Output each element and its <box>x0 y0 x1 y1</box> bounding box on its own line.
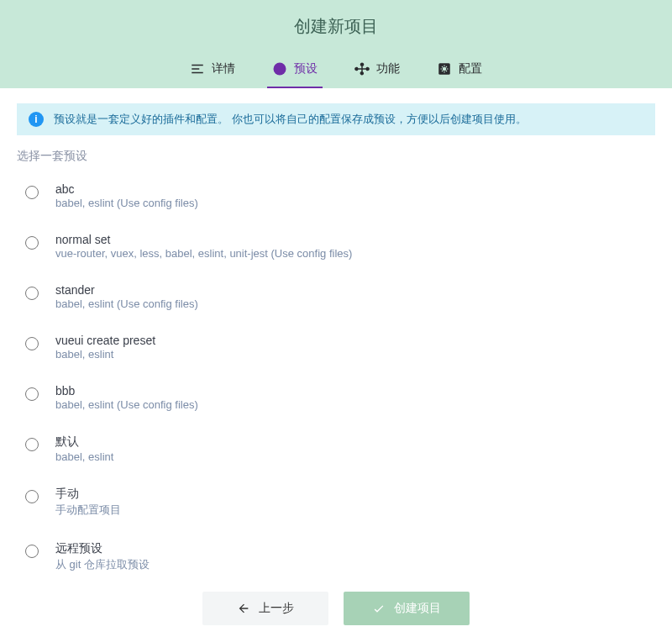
preset-text: vueui create preset babel, eslint <box>55 334 155 361</box>
header: 创建新项目 详情 预设 功能 配置 <box>0 0 672 88</box>
preset-name: abc <box>55 182 198 196</box>
radio-button[interactable] <box>25 236 39 250</box>
tab-label: 配置 <box>459 61 482 76</box>
preset-item[interactable]: vueui create preset babel, eslint <box>17 322 655 372</box>
preset-name: normal set <box>55 233 352 246</box>
preset-text: abc babel, eslint (Use config files) <box>55 182 198 209</box>
tabs-bar: 详情 预设 功能 配置 <box>0 53 672 88</box>
preset-text: 远程预设 从 git 仓库拉取预设 <box>55 541 150 572</box>
gear-box-icon <box>437 61 452 76</box>
svg-point-0 <box>274 63 286 76</box>
tab-label: 详情 <box>212 61 235 76</box>
create-button[interactable]: 创建项目 <box>344 592 470 625</box>
nodes-icon <box>354 61 370 76</box>
section-title: 选择一套预设 <box>17 149 655 164</box>
check-icon <box>372 602 386 615</box>
preset-desc: 从 git 仓库拉取预设 <box>55 557 150 572</box>
info-text: 预设就是一套定义好的插件和配置。 你也可以将自己的配置保存成预设，方便以后创建项… <box>54 112 527 127</box>
preset-desc: babel, eslint (Use config files) <box>55 297 198 310</box>
preset-name: vueui create preset <box>55 334 155 347</box>
tab-label: 预设 <box>294 61 318 76</box>
radio-button[interactable] <box>25 545 39 558</box>
tab-details[interactable]: 详情 <box>185 53 240 88</box>
svg-point-2 <box>443 67 447 71</box>
tab-config[interactable]: 配置 <box>432 53 487 88</box>
tab-presets[interactable]: 预设 <box>267 53 323 88</box>
preset-desc: babel, eslint (Use config files) <box>55 398 198 411</box>
preset-text: 默认 babel, eslint <box>55 434 113 463</box>
preset-item[interactable]: abc babel, eslint (Use config files) <box>17 171 655 221</box>
page-title: 创建新项目 <box>0 15 672 53</box>
radio-button[interactable] <box>25 438 39 451</box>
check-circle-icon <box>272 61 287 76</box>
create-button-label: 创建项目 <box>394 601 441 616</box>
preset-desc: babel, eslint (Use config files) <box>55 197 198 209</box>
footer: 上一步 创建项目 <box>0 580 672 637</box>
info-banner: i 预设就是一套定义好的插件和配置。 你也可以将自己的配置保存成预设，方便以后创… <box>17 103 655 135</box>
arrow-left-icon <box>237 602 250 615</box>
preset-item[interactable]: stander babel, eslint (Use config files) <box>17 271 655 322</box>
radio-button[interactable] <box>25 387 39 401</box>
preset-text: 手动 手动配置项目 <box>55 487 121 518</box>
radio-button[interactable] <box>25 337 39 350</box>
back-button[interactable]: 上一步 <box>202 592 328 625</box>
back-button-label: 上一步 <box>259 601 294 616</box>
preset-desc: babel, eslint <box>55 348 155 361</box>
preset-item[interactable]: bbb babel, eslint (Use config files) <box>17 372 655 423</box>
preset-desc: vue-router, vuex, less, babel, eslint, u… <box>55 247 352 260</box>
presets-list: abc babel, eslint (Use config files) nor… <box>0 171 672 584</box>
preset-name: 手动 <box>55 487 121 502</box>
tab-label: 功能 <box>376 61 400 76</box>
preset-name: 默认 <box>55 434 113 450</box>
preset-text: normal set vue-router, vuex, less, babel… <box>55 233 352 260</box>
info-icon: i <box>29 112 44 127</box>
preset-name: bbb <box>55 384 198 397</box>
preset-name: stander <box>55 283 198 297</box>
preset-text: bbb babel, eslint (Use config files) <box>55 384 198 411</box>
radio-button[interactable] <box>25 490 39 503</box>
preset-name: 远程预设 <box>55 541 150 556</box>
details-icon <box>190 61 205 76</box>
preset-item[interactable]: 手动 手动配置项目 <box>17 475 655 529</box>
preset-item[interactable]: normal set vue-router, vuex, less, babel… <box>17 221 655 271</box>
radio-button[interactable] <box>25 186 39 199</box>
preset-item[interactable]: 远程预设 从 git 仓库拉取预设 <box>17 529 655 584</box>
preset-text: stander babel, eslint (Use config files) <box>55 283 198 310</box>
preset-item[interactable]: 默认 babel, eslint <box>17 423 655 475</box>
preset-desc: 手动配置项目 <box>55 503 121 518</box>
tab-features[interactable]: 功能 <box>349 53 405 88</box>
radio-button[interactable] <box>25 287 39 300</box>
preset-desc: babel, eslint <box>55 450 113 463</box>
